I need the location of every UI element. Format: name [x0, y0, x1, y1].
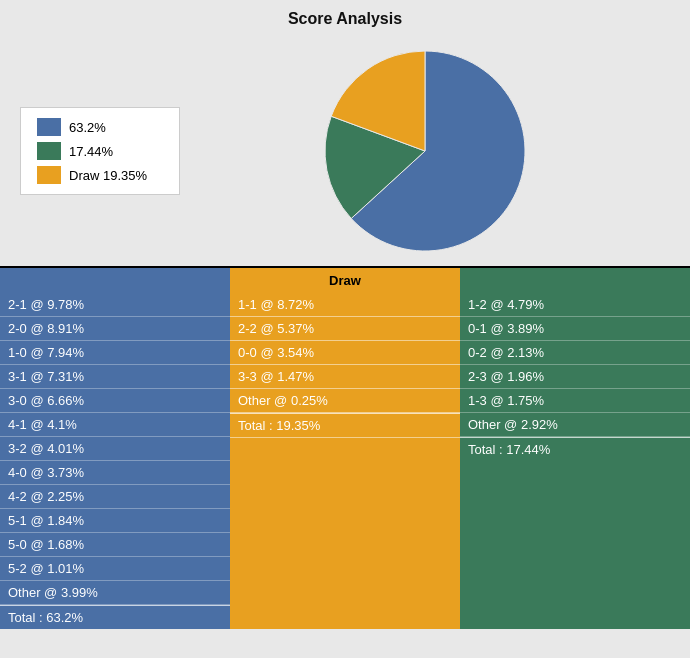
table-row: 0-0 @ 3.54%	[230, 341, 460, 365]
table-row: 1-2 @ 4.79%	[460, 293, 690, 317]
table-row: Total : 63.2%	[0, 605, 230, 629]
legend-label: Draw 19.35%	[69, 168, 147, 183]
away-column: 1-2 @ 4.79%0-1 @ 3.89%0-2 @ 2.13%2-3 @ 1…	[460, 293, 690, 629]
table-section: Draw 2-1 @ 9.78%2-0 @ 8.91%1-0 @ 7.94%3-…	[0, 266, 690, 629]
pie-chart	[315, 46, 535, 256]
table-row: 3-3 @ 1.47%	[230, 365, 460, 389]
top-section: 63.2% 17.44% Draw 19.35%	[0, 36, 690, 266]
legend-item: 17.44%	[37, 142, 163, 160]
page-title: Score Analysis	[0, 0, 690, 36]
table-row: 1-3 @ 1.75%	[460, 389, 690, 413]
table-row: 5-1 @ 1.84%	[0, 509, 230, 533]
draw-column: 1-1 @ 8.72%2-2 @ 5.37%0-0 @ 3.54%3-3 @ 1…	[230, 293, 460, 629]
table-row: 5-2 @ 1.01%	[0, 557, 230, 581]
table-row: Other @ 2.92%	[460, 413, 690, 437]
table-row: Other @ 0.25%	[230, 389, 460, 413]
table-row: 3-2 @ 4.01%	[0, 437, 230, 461]
table-row: 2-0 @ 8.91%	[0, 317, 230, 341]
legend-item: Draw 19.35%	[37, 166, 163, 184]
legend-color-swatch	[37, 118, 61, 136]
table-row: 2-2 @ 5.37%	[230, 317, 460, 341]
legend-label: 63.2%	[69, 120, 106, 135]
table-row: 4-2 @ 2.25%	[0, 485, 230, 509]
table-row: 4-0 @ 3.73%	[0, 461, 230, 485]
home-header	[0, 268, 230, 293]
table-row: 4-1 @ 4.1%	[0, 413, 230, 437]
table-row: 1-0 @ 7.94%	[0, 341, 230, 365]
table-row: 0-1 @ 3.89%	[460, 317, 690, 341]
table-row: 2-1 @ 9.78%	[0, 293, 230, 317]
table-row: 1-1 @ 8.72%	[230, 293, 460, 317]
table-row: 2-3 @ 1.96%	[460, 365, 690, 389]
table-row: 5-0 @ 1.68%	[0, 533, 230, 557]
table-row: 0-2 @ 2.13%	[460, 341, 690, 365]
table-body: 2-1 @ 9.78%2-0 @ 8.91%1-0 @ 7.94%3-1 @ 7…	[0, 293, 690, 629]
pie-container	[180, 46, 670, 256]
table-row: Other @ 3.99%	[0, 581, 230, 605]
table-row: 3-0 @ 6.66%	[0, 389, 230, 413]
away-header	[460, 268, 690, 293]
table-header-row: Draw	[0, 268, 690, 293]
table-row: 3-1 @ 7.31%	[0, 365, 230, 389]
legend: 63.2% 17.44% Draw 19.35%	[20, 107, 180, 195]
legend-label: 17.44%	[69, 144, 113, 159]
home-column: 2-1 @ 9.78%2-0 @ 8.91%1-0 @ 7.94%3-1 @ 7…	[0, 293, 230, 629]
table-row: Total : 19.35%	[230, 413, 460, 438]
table-row: Total : 17.44%	[460, 437, 690, 461]
legend-color-swatch	[37, 166, 61, 184]
draw-header: Draw	[230, 268, 460, 293]
legend-item: 63.2%	[37, 118, 163, 136]
legend-color-swatch	[37, 142, 61, 160]
